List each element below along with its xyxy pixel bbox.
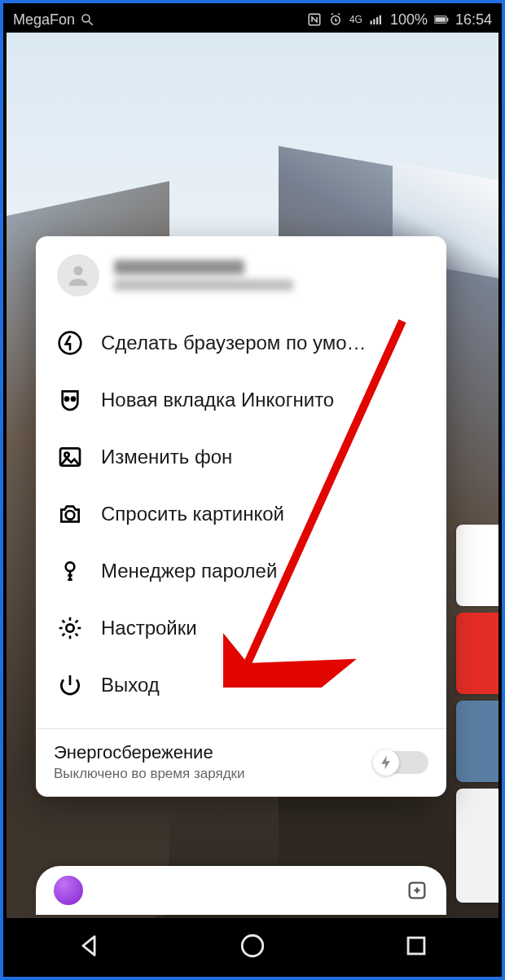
menu-item-settings[interactable]: Настройки — [36, 600, 446, 657]
back-button[interactable] — [75, 932, 103, 960]
energy-toggle[interactable] — [383, 751, 428, 774]
status-bar: MegaFon 4G 100% 16:54 — [7, 7, 498, 33]
search-bar[interactable] — [36, 866, 446, 915]
side-tabs — [456, 525, 498, 909]
menu-item-label: Новая вкладка Инкогнито — [101, 389, 334, 411]
image-icon — [57, 444, 83, 470]
avatar — [57, 254, 99, 297]
menu-item-label: Спросить картинкой — [101, 503, 284, 525]
svg-rect-4 — [370, 21, 371, 25]
menu-item-default-browser[interactable]: Сделать браузером по умо… — [36, 314, 446, 371]
svg-rect-5 — [373, 19, 375, 24]
search-icon — [80, 12, 94, 27]
menu-item-incognito[interactable]: Новая вкладка Инкогнито — [36, 371, 446, 428]
carrier-label: MegaFon — [13, 11, 75, 29]
menu-item-label: Изменить фон — [101, 446, 232, 468]
svg-point-22 — [242, 935, 263, 956]
svg-rect-6 — [376, 17, 378, 24]
gear-icon — [57, 615, 83, 641]
alice-icon — [54, 876, 83, 905]
svg-point-17 — [66, 511, 75, 520]
android-nav-bar — [7, 918, 498, 973]
signal-icon — [369, 12, 384, 27]
side-tab[interactable] — [456, 613, 498, 694]
battery-pct: 100% — [390, 11, 428, 29]
profile-row[interactable] — [36, 236, 446, 308]
energy-subtitle: Выключено во время зарядки — [54, 766, 373, 782]
menu-item-exit[interactable]: Выход — [36, 657, 446, 714]
svg-point-0 — [82, 15, 90, 22]
incognito-icon — [57, 387, 83, 413]
side-tab[interactable] — [456, 789, 498, 903]
energy-saving-row[interactable]: Энергосбережение Выключено во время заря… — [36, 729, 446, 797]
svg-rect-7 — [380, 15, 381, 24]
svg-rect-10 — [447, 18, 448, 21]
svg-point-16 — [64, 453, 68, 457]
recent-apps-button[interactable] — [402, 932, 430, 960]
svg-rect-23 — [408, 938, 424, 954]
clock: 16:54 — [455, 11, 492, 29]
device-frame: MegaFon 4G 100% 16:54 — [0, 0, 505, 980]
menu-item-label: Настройки — [101, 617, 197, 639]
browser-menu: Сделать браузером по умо… Новая вкладка … — [36, 236, 446, 797]
svg-point-11 — [73, 266, 82, 275]
camera-icon — [57, 501, 83, 527]
menu-item-label: Сделать браузером по умо… — [101, 332, 367, 354]
battery-icon — [434, 12, 449, 27]
nfc-icon — [307, 12, 322, 27]
network-label: 4G — [349, 14, 362, 25]
key-icon — [57, 558, 83, 584]
svg-point-18 — [66, 562, 75, 571]
energy-title: Энергосбережение — [54, 742, 373, 763]
home-button[interactable] — [239, 932, 266, 960]
side-tab[interactable] — [456, 701, 498, 782]
menu-item-change-background[interactable]: Изменить фон — [36, 428, 446, 486]
bolt-icon — [378, 754, 394, 771]
svg-rect-9 — [435, 17, 445, 22]
menu-item-ask-by-image[interactable]: Спросить картинкой — [36, 486, 446, 543]
yandex-icon — [57, 330, 83, 356]
svg-line-1 — [89, 21, 93, 25]
side-tab[interactable] — [456, 525, 498, 606]
svg-point-14 — [72, 398, 75, 401]
svg-point-13 — [65, 398, 68, 401]
svg-point-19 — [66, 624, 73, 631]
new-tab-icon — [406, 879, 428, 902]
alarm-icon — [328, 12, 343, 27]
power-icon — [57, 672, 83, 698]
menu-item-label: Менеджер паролей — [101, 560, 277, 582]
menu-item-password-manager[interactable]: Менеджер паролей — [36, 543, 446, 600]
profile-text-blurred — [114, 260, 425, 291]
menu-list: Сделать браузером по умо… Новая вкладка … — [36, 308, 446, 725]
menu-item-label: Выход — [101, 674, 160, 697]
